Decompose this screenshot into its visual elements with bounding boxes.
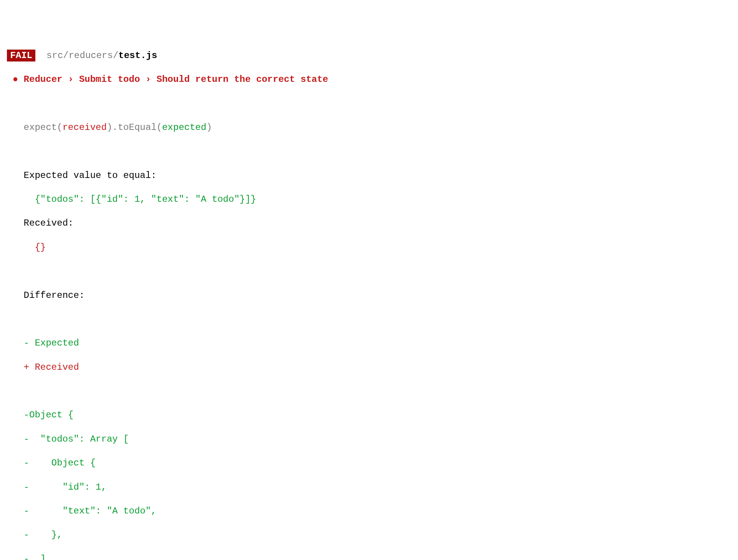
diff-legend-expected: - Expected: [2, 337, 736, 349]
received-label: Received:: [2, 217, 736, 229]
diff-line: - ],: [2, 553, 736, 560]
bullet-icon: ●: [13, 73, 18, 85]
expect-expected: expected: [162, 122, 206, 133]
expect-received: received: [62, 122, 106, 133]
diff-line: - Object {: [2, 457, 736, 469]
fail-badge: FAIL: [7, 50, 35, 61]
diff-line: -Object {: [2, 409, 736, 421]
test-name-line: ● Reducer › Submit todo › Should return …: [2, 73, 736, 85]
diff-line: - },: [2, 529, 736, 541]
blank-line: [2, 385, 736, 397]
blank-line: [2, 145, 736, 157]
fail-header-line: FAIL src/reducers/test.js: [2, 50, 736, 61]
received-value: {}: [2, 241, 736, 253]
test-name-text: Reducer › Submit todo › Should return th…: [18, 74, 328, 85]
blank-line: [2, 265, 736, 277]
expected-label: Expected value to equal:: [2, 169, 736, 181]
diff-line: - "id": 1,: [2, 481, 736, 493]
blank-line: [2, 98, 736, 110]
difference-label: Difference:: [2, 289, 736, 301]
expected-value: {"todos": [{"id": 1, "text": "A todo"}]}: [2, 193, 736, 205]
file-path-dir: src/reducers/: [41, 50, 118, 61]
diff-legend-received: + Received: [2, 361, 736, 373]
expect-line: expect(received).toEqual(expected): [2, 121, 736, 133]
diff-line: - "text": "A todo",: [2, 505, 736, 517]
expect-p2: ).toEqual(: [107, 122, 162, 133]
file-path-file: test.js: [118, 50, 157, 61]
blank-line: [2, 313, 736, 325]
expect-p1: expect(: [24, 122, 63, 133]
diff-line: - "todos": Array [: [2, 433, 736, 445]
expect-p3: ): [206, 122, 212, 133]
